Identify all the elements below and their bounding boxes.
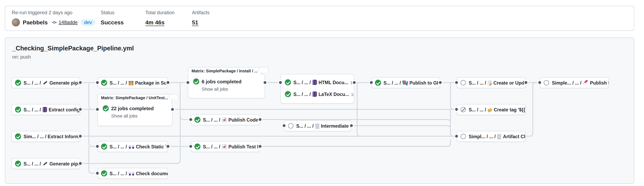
books-icon <box>402 80 408 85</box>
job-title: Publish to PyPI <box>590 80 609 85</box>
matrix-group-card[interactable]: 22 jobs completed Show all jobs <box>98 101 172 126</box>
matrix-group-card[interactable]: 6 jobs completed Show all jobs <box>188 74 265 98</box>
job-prefix: S... / ... / <box>294 92 311 97</box>
success-icon <box>15 106 21 113</box>
connector-dot <box>170 107 175 112</box>
job-prefix: Simple... / ... / <box>552 80 582 85</box>
matrix-group-tab: Matrix: SimplePackage / UnitTest... <box>98 94 172 102</box>
job-node[interactable]: Sim... / ... / Extract Information 4s <box>11 131 80 142</box>
job-prefix: S... / ... / <box>203 117 220 122</box>
job-title: Publish to GH-P... <box>410 80 440 85</box>
job-title: Publish Test Re... <box>228 144 260 149</box>
job-title: Check Static Ty... <box>136 144 168 149</box>
job-title: LaTeX Docu... <box>318 92 349 97</box>
job-title: HTML Docu... <box>318 80 348 85</box>
job-node[interactable]: S... / ... / Generate pipelin... 4s <box>11 158 80 169</box>
pending-icon <box>288 123 294 128</box>
connector-dot <box>454 134 459 138</box>
connector-dot <box>186 80 190 85</box>
job-title: Extract configur... <box>49 107 80 112</box>
job-prefix: S... / ... / <box>24 161 41 166</box>
job-node[interactable]: S... / ... / Intermediate Artifa... <box>284 120 352 131</box>
connector-dot <box>454 107 459 112</box>
workflow-run-page: Re-run triggered 2 days ago Paebbels 148… <box>0 0 644 186</box>
job-prefix: S... / ... / <box>296 123 314 128</box>
connector-dot <box>438 80 442 85</box>
success-icon <box>193 78 199 85</box>
connector-dot <box>78 80 82 85</box>
job-title: Intermediate Artifa... <box>321 123 352 128</box>
job-prefix: S... / ... / <box>110 144 127 149</box>
connector-dot <box>166 80 170 85</box>
pending-icon <box>460 80 466 85</box>
connector-dot <box>188 144 193 149</box>
job-title: Generate pipelin... <box>50 80 80 85</box>
job-prefix: S... / ... / <box>110 80 127 85</box>
success-icon <box>15 160 21 167</box>
job-prefix: S... / ... / <box>384 80 401 85</box>
job-title: Extract Information <box>48 134 80 139</box>
job-prefix: S... / ... / <box>469 107 486 112</box>
job-prefix: Sim... / ... / <box>24 134 46 139</box>
job-prefix: S... / ... / <box>24 107 41 112</box>
matrix-group-label: Matrix: SimplePackage / Install / ... <box>192 69 258 73</box>
success-icon <box>194 117 200 123</box>
jobs-completed-text: 22 jobs completed <box>111 105 154 111</box>
success-icon <box>285 79 291 85</box>
connector-dot <box>258 144 262 149</box>
book-icon <box>42 107 47 112</box>
pending-icon <box>544 80 549 85</box>
connector-dot <box>188 117 193 122</box>
job-row[interactable]: S... / ... / LaTeX Docu... 1m 18s <box>281 88 354 100</box>
job-node[interactable]: S... / ... / Publish Test Re... 14s <box>191 141 260 152</box>
job-node[interactable]: S... / ... / Package in Sou... 18s <box>98 77 168 88</box>
job-duration: 1m 18s <box>351 92 354 97</box>
job-prefix: Simpl... / ... / <box>469 134 496 139</box>
connector-dot <box>349 123 354 128</box>
show-all-jobs-link[interactable]: Show all jobs <box>202 87 264 91</box>
connector-dot <box>95 107 100 112</box>
jobs-completed-text: 6 jobs completed <box>202 79 242 84</box>
job-prefix: S... / ... / <box>203 144 220 149</box>
connector-dot <box>95 80 100 85</box>
success-icon <box>101 143 107 150</box>
connector-dot <box>352 80 356 85</box>
success-icon <box>103 105 109 111</box>
job-prefix: S... / ... / <box>24 80 41 85</box>
eyes-icon <box>129 145 134 149</box>
chart-icon <box>222 117 227 122</box>
job-node[interactable]: S... / ... / Check docume... 11s <box>98 168 168 179</box>
connector-dot <box>258 117 262 122</box>
connector-dot <box>166 144 170 149</box>
job-node[interactable]: S... / ... / Create tag '${{ in... 0s <box>456 104 526 115</box>
success-icon <box>194 143 200 150</box>
success-icon <box>375 80 381 86</box>
workflow-graph: S... / ... / Generate pipelin... 3s S...… <box>0 0 644 186</box>
show-all-jobs-link[interactable]: Show all jobs <box>111 113 172 118</box>
job-node[interactable]: S... / ... / Publish to GH-P... 7s <box>371 77 440 88</box>
success-icon <box>15 133 21 139</box>
success-icon <box>15 80 21 86</box>
job-node[interactable]: S... / ... / Create or Update R... <box>456 77 526 88</box>
matrix-group-tab: Matrix: SimplePackage / Install / ... <box>188 67 261 75</box>
package-icon <box>129 81 134 85</box>
connector-dot <box>78 107 82 112</box>
trash-icon <box>315 124 319 129</box>
connector-dot <box>78 134 82 138</box>
connector-dot <box>282 123 286 128</box>
docs-group-card[interactable]: S... / ... / HTML Docu... 1m 46s S... / … <box>280 74 354 104</box>
success-icon <box>101 80 107 86</box>
pending-icon <box>460 134 466 139</box>
job-title: Package in Sou... <box>135 80 168 85</box>
job-node[interactable]: Simple... / ... / Publish to PyPI <box>540 77 609 88</box>
chart-icon <box>222 144 227 149</box>
job-node[interactable]: Simpl... / ... / Artifact Cleanup <box>456 131 526 142</box>
job-prefix: S... / ... / <box>469 80 486 85</box>
job-node[interactable]: S... / ... / Check Static Ty... 14s <box>98 141 168 152</box>
job-node[interactable]: S... / ... / Generate pipelin... 3s <box>11 77 80 88</box>
job-title: Create tag '${{ in... <box>494 107 526 112</box>
job-node[interactable]: S... / ... / Extract configur... 6s <box>11 104 80 115</box>
job-node[interactable]: S... / ... / Publish Code C... 22s <box>191 114 260 125</box>
tag-icon <box>487 108 493 113</box>
job-row[interactable]: S... / ... / HTML Docu... 1m 46s <box>281 76 354 88</box>
